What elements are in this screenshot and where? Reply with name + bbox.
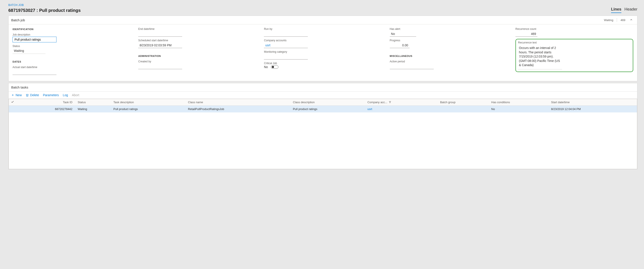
breadcrumb[interactable]: BATCH JOB [8, 3, 81, 6]
job-description-label: Job description [12, 33, 130, 36]
end-date-value[interactable] [138, 31, 182, 37]
scheduled-start-label: Scheduled start date/time [138, 39, 256, 42]
col-company[interactable]: Company acc... [365, 99, 438, 106]
progress-value[interactable]: 0.00 [390, 42, 410, 48]
col-class-name[interactable]: Class name [186, 99, 291, 106]
recurrence-text-label: Recurrence text [518, 41, 630, 44]
abort-label: Abort [72, 93, 79, 97]
parameters-button[interactable]: Parameters [43, 93, 59, 97]
parameters-label: Parameters [43, 93, 59, 97]
batch-job-card: Batch job Waiting 469 IDENTIFICATION Job… [8, 15, 638, 81]
tab-header[interactable]: Header [624, 7, 638, 13]
recurrence-count-label: Recurrence count [516, 27, 633, 30]
plus-icon [11, 94, 14, 97]
created-by-value[interactable] [138, 63, 182, 69]
cell-status: Waiting [76, 106, 112, 113]
table-row[interactable]: 68720278442 Waiting Pull product ratings… [9, 106, 637, 113]
miscellaneous-heading: MISCELLANEOUS [390, 55, 508, 57]
log-label: Log [63, 93, 68, 97]
select-column[interactable] [9, 99, 17, 106]
status-value: Waiting [12, 48, 46, 54]
col-has-conditions[interactable]: Has conditions [489, 99, 549, 106]
critical-job-label: Critical Job [264, 62, 382, 65]
status-chip: Waiting [604, 18, 613, 22]
company-accounts-value[interactable]: usrt [264, 42, 308, 48]
run-by-value[interactable] [264, 31, 308, 37]
monitoring-category-label: Monitoring category [264, 50, 382, 53]
monitoring-category-value[interactable] [264, 54, 308, 59]
cell-has-conditions: No [489, 106, 549, 113]
svg-marker-2 [389, 101, 391, 103]
tab-lines[interactable]: Lines [611, 7, 621, 13]
count-chip: 469 [620, 18, 625, 22]
active-period-label: Active period [390, 60, 508, 63]
batch-job-card-title: Batch job [11, 18, 25, 22]
critical-job-value: No [264, 65, 268, 69]
trash-icon [26, 94, 29, 97]
delete-label: Delete [30, 93, 39, 97]
page-title: 68719753027 : Pull product ratings [8, 8, 81, 13]
cell-start: 8/23/2019 12:04:04 PM [549, 106, 637, 113]
col-task-desc[interactable]: Task description [111, 99, 186, 106]
has-alert-value[interactable]: No [390, 31, 416, 37]
actual-start-value[interactable] [12, 69, 56, 75]
col-task-id[interactable]: Task ID [17, 99, 76, 106]
active-period-value[interactable] [390, 63, 434, 69]
abort-button: Abort [72, 93, 79, 97]
cell-task-desc: Pull product ratings [111, 106, 186, 113]
created-by-label: Created by [138, 60, 256, 63]
job-description-input[interactable] [12, 37, 56, 42]
new-button[interactable]: New [11, 93, 22, 97]
col-class-desc[interactable]: Class description [291, 99, 365, 106]
recurrence-count-value[interactable]: 469 [516, 31, 538, 37]
has-alert-label: Has alert [390, 27, 508, 30]
col-start[interactable]: Start date/time [549, 99, 637, 106]
identification-heading: IDENTIFICATION [12, 28, 130, 30]
cell-batch-group [438, 106, 489, 113]
batch-tasks-title: Batch tasks [11, 85, 28, 89]
status-label: Status [12, 44, 130, 48]
end-date-label: End date/time [138, 27, 256, 30]
cell-class-name: RetailPullProductRatingsJob [186, 106, 291, 113]
col-status[interactable]: Status [76, 99, 112, 106]
page-header: BATCH JOB 68719753027 : Pull product rat… [1, 1, 644, 14]
dates-heading: DATES [12, 60, 130, 63]
run-by-label: Run by [264, 27, 382, 30]
new-label: New [16, 93, 22, 97]
company-accounts-label: Company accounts [264, 39, 382, 42]
filter-icon[interactable] [389, 101, 391, 104]
critical-job-toggle[interactable] [271, 65, 278, 69]
col-batch-group[interactable]: Batch group [438, 99, 489, 106]
cell-class-desc: Pull product ratings [291, 106, 365, 113]
delete-button[interactable]: Delete [26, 93, 39, 97]
scheduled-start-value[interactable]: 8/23/2019 02:03:59 PM [138, 42, 182, 48]
batch-tasks-card: Batch tasks New Delete Parameters Log [8, 83, 638, 169]
tasks-grid: Task ID Status Task description Class na… [9, 99, 637, 112]
cell-company[interactable]: usrt [365, 106, 438, 113]
cell-task-id: 68720278442 [17, 106, 76, 113]
divider [617, 18, 617, 22]
chevron-up-icon[interactable] [629, 18, 634, 22]
recurrence-text-highlight: Recurrence text Occurs with an interval … [516, 39, 633, 72]
log-button[interactable]: Log [63, 93, 68, 97]
administration-heading: ADMINISTRATION [138, 55, 256, 57]
progress-label: Progress [390, 39, 508, 42]
recurrence-text-value: Occurs with an interval of 2 hours. The … [518, 44, 562, 69]
actual-start-label: Actual start date/time [12, 66, 130, 69]
